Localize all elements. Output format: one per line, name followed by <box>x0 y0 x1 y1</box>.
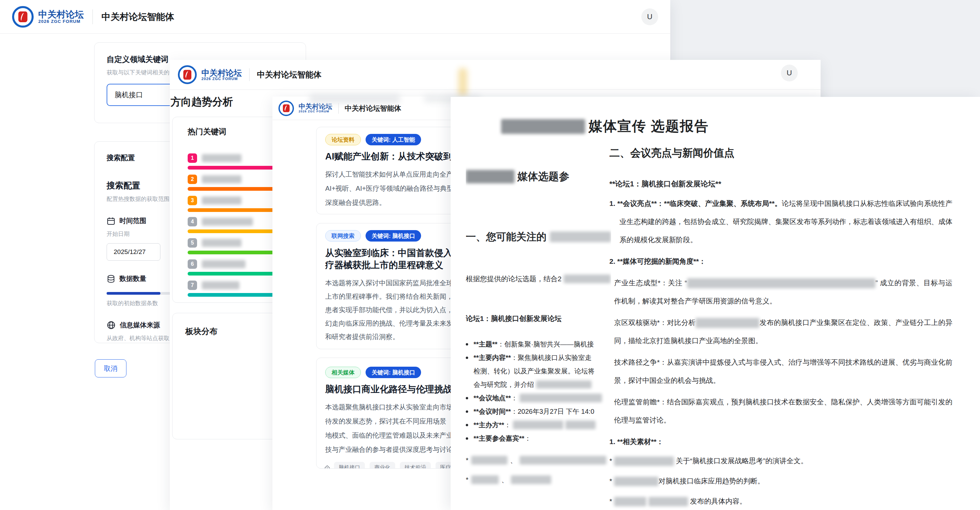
rank-badge: 3 <box>188 196 197 205</box>
redacted-text <box>614 477 659 486</box>
bullet-icon <box>466 343 468 346</box>
list-item: **会议地点**： <box>466 391 611 405</box>
doc-intro-line: 根据您提供的论坛选题，结合2 <box>466 274 611 284</box>
data-count-label: 数据数量 <box>119 274 146 283</box>
window-report-document: 媒体宣传 选题报告 媒体选题参 一、您可能关注的 根据您提供的论坛选题，结合2 … <box>451 97 980 510</box>
zgc-forum-logo-icon <box>278 100 294 116</box>
rank-badge: 1 <box>188 153 197 163</box>
doc-subtitle-row: 媒体选题参 <box>466 169 611 184</box>
doc-paragraph: 1. **会议亮点**：**临床突破、产业集聚、系统布局**。论坛将呈现中国脑机… <box>609 194 953 249</box>
list-item: **主题**：创新集聚·脑智共兴——脑机接 <box>466 338 611 351</box>
app-title: 中关村论坛智能体 <box>257 69 321 80</box>
start-date-input[interactable]: 2025/12/27 <box>107 243 161 261</box>
desktop: 中关村论坛 2026 ZGC FORUM 中关村论坛智能体 U 自定义领域关键词… <box>0 0 980 510</box>
source-pill: 论坛资料 <box>325 134 361 145</box>
doc-paragraph: 技术路径之争*：从嘉宾演讲中提炼侵入式与非侵入式、治疗与增强等不同技术路线的进展… <box>609 353 953 390</box>
list-item: *、 <box>466 470 611 489</box>
list-item: **主要内容**：聚焦脑机接口从实验室走 <box>466 351 611 364</box>
doc-paragraph: 1. **相关素材**： <box>609 433 953 451</box>
bullet-icon <box>466 410 468 413</box>
doc-paragraph: 产业生态成型*：关注 “” 成立的背景、目标与运作机制，解读其对整合产学研医用资… <box>609 274 953 310</box>
doc-right-column: 二、会议亮点与新闻价值点 **论坛1：脑机接口创新发展论坛** 1. **会议亮… <box>609 97 953 510</box>
database-icon <box>107 274 115 283</box>
page-title: 方向趋势分析 <box>170 95 233 109</box>
redacted-text <box>520 394 602 402</box>
list-item: *、 <box>466 451 611 470</box>
time-range-label: 时间范围 <box>119 216 146 225</box>
redacted-keyword <box>202 281 239 289</box>
calendar-icon <box>107 217 115 225</box>
keyword-pill: 关键词: 脑机接口 <box>366 230 421 242</box>
doc-left-column: 媒体选题参 一、您可能关注的 根据您提供的论坛选题，结合2 论坛1：脑机接口创新… <box>466 97 611 510</box>
keyword-pill: 关键词: 人工智能 <box>366 134 421 145</box>
bullet-icon <box>466 437 468 440</box>
doc-paragraph: 2. **媒体可挖掘的新闻角度**： <box>609 252 953 271</box>
media-source-label: 信息媒体来源 <box>120 320 160 330</box>
source-pill: 联网搜索 <box>325 230 361 242</box>
doc-paragraph: 京区双核驱动*：对比分析发布的脑机接口产业集聚区在定位、政策、产业链分工上的异同… <box>609 314 953 350</box>
redacted-keyword <box>202 175 242 183</box>
redacted-text <box>520 456 606 465</box>
redacted-text <box>513 421 563 429</box>
brand-text: 中关村论坛 2026 ZGC FORUM <box>38 10 84 24</box>
bullet-icon <box>466 424 468 426</box>
redacted-text <box>536 381 592 389</box>
source-pill: 相关媒体 <box>325 367 361 378</box>
app-title: 中关村论坛智能体 <box>102 11 174 23</box>
rank-badge: 5 <box>188 238 197 248</box>
list-item: **主办方**： <box>466 418 611 432</box>
redacted-text <box>564 274 611 283</box>
cancel-button[interactable]: 取消 <box>95 359 126 378</box>
rank-badge: 2 <box>188 175 197 184</box>
redacted-keyword <box>202 154 242 162</box>
doc-material-item: * 对脑机接口临床应用趋势的判断。 <box>609 471 953 491</box>
user-avatar[interactable]: U <box>781 65 798 81</box>
redacted-text <box>687 278 875 288</box>
list-item: **主要参会嘉宾**： <box>466 432 611 445</box>
brand-text: 中关村论坛 2026 ZGC FORUM <box>202 69 242 81</box>
bullet-icon <box>466 357 468 359</box>
zgc-forum-logo-icon <box>178 65 197 84</box>
redacted-text <box>511 475 551 484</box>
redacted-text <box>466 170 515 183</box>
redacted-keyword <box>202 260 245 268</box>
redacted-blob <box>309 94 400 103</box>
doc-paragraph: 伦理监管前瞻*：结合国际嘉宾观点，预判脑机接口技术在数据安全、隐私保护、人类增强… <box>609 393 953 429</box>
rank-badge: 7 <box>188 280 197 290</box>
redacted-text <box>695 318 759 328</box>
list-item: 会与研究院，并介绍 <box>466 378 611 391</box>
doc-forum1-heading: 论坛1：脑机接口创新发展论坛 <box>466 314 611 325</box>
app-header: 中关村论坛 2026 ZGC FORUM 中关村论坛智能体 U <box>0 0 670 33</box>
redacted-text <box>565 421 596 429</box>
tag-icon <box>325 465 330 469</box>
doc-section2-heading: 二、会议亮点与新闻价值点 <box>609 146 953 160</box>
list-item: **会议时间**：2026年3月27日 下午 14:0 <box>466 405 611 418</box>
list-item: 检测、转化）以及产业集聚发展。论坛将 <box>466 364 611 378</box>
redacted-text <box>471 456 508 465</box>
header-divider <box>249 68 250 81</box>
redacted-text <box>614 497 646 506</box>
bullet-icon <box>466 397 468 399</box>
app-title: 中关村论坛智能体 <box>345 104 401 113</box>
doc-forum1-bold: **论坛1：脑机接口创新发展论坛** <box>609 179 953 189</box>
doc-guest-list: *、 *、 <box>466 451 611 489</box>
redacted-text <box>550 231 611 242</box>
header-divider <box>92 10 93 24</box>
redacted-text <box>648 497 688 506</box>
header-divider <box>338 103 339 114</box>
doc-forum1-details: **主题**：创新集聚·脑智共兴——脑机接 **主要内容**：聚焦脑机接口从实验… <box>466 338 611 445</box>
slider-fill <box>107 292 161 295</box>
rank-badge: 4 <box>188 217 197 226</box>
redacted-keyword <box>202 218 253 226</box>
redacted-keyword <box>202 239 242 247</box>
globe-icon <box>107 320 116 330</box>
redacted-text <box>471 475 499 484</box>
doc-material-item: * 发布的具体内容。 <box>609 491 953 510</box>
redacted-keyword <box>202 196 242 204</box>
redacted-text <box>614 456 674 466</box>
doc-section1-heading: 一、您可能关注的 <box>466 230 611 244</box>
user-avatar[interactable]: U <box>641 8 658 25</box>
brand-text: 中关村论坛 2026 ZGC FORUM <box>299 103 332 113</box>
rank-badge: 6 <box>188 259 197 269</box>
app-header: 中关村论坛 2026 ZGC FORUM 中关村论坛智能体 <box>170 60 821 90</box>
